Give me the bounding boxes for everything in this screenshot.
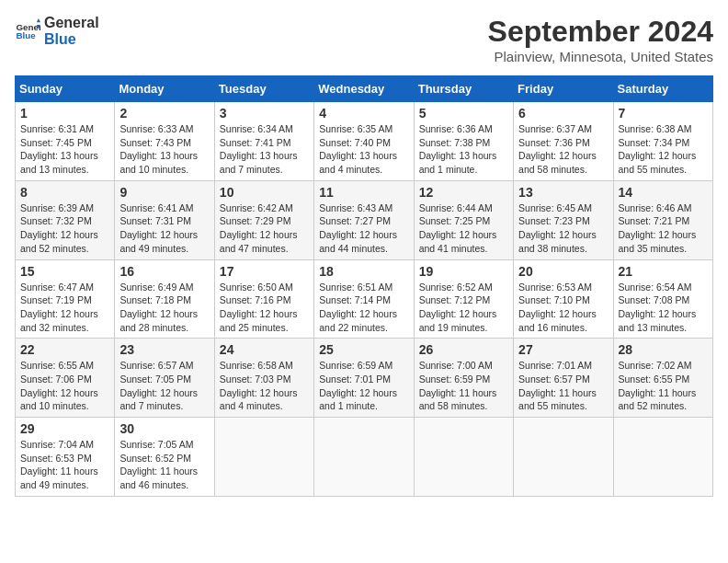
day-info: Sunrise: 6:37 AMSunset: 7:36 PMDaylight:… bbox=[518, 123, 597, 175]
col-sunday: Sunday bbox=[16, 76, 115, 102]
day-info: Sunrise: 6:47 AMSunset: 7:19 PMDaylight:… bbox=[20, 282, 98, 333]
col-monday: Monday bbox=[115, 76, 214, 102]
day-info: Sunrise: 6:49 AMSunset: 7:18 PMDaylight:… bbox=[119, 282, 198, 333]
day-info: Sunrise: 7:01 AMSunset: 6:57 PMDaylight:… bbox=[518, 360, 597, 411]
svg-marker-2 bbox=[37, 18, 40, 22]
table-row: 19Sunrise: 6:52 AMSunset: 7:12 PMDayligh… bbox=[414, 259, 513, 339]
day-info: Sunrise: 6:39 AMSunset: 7:32 PMDaylight:… bbox=[20, 202, 98, 254]
table-row: 27Sunrise: 7:01 AMSunset: 6:57 PMDayligh… bbox=[514, 339, 613, 418]
table-row: 28Sunrise: 7:02 AMSunset: 6:55 PMDayligh… bbox=[613, 339, 712, 418]
day-info: Sunrise: 6:38 AMSunset: 7:34 PMDaylight:… bbox=[619, 123, 697, 175]
table-row: 2Sunrise: 6:33 AMSunset: 7:43 PMDaylight… bbox=[115, 102, 214, 181]
table-row bbox=[514, 418, 613, 497]
day-number: 9 bbox=[119, 185, 209, 200]
table-row: 6Sunrise: 6:37 AMSunset: 7:36 PMDaylight… bbox=[514, 102, 613, 181]
table-row bbox=[414, 418, 513, 497]
day-number: 18 bbox=[319, 264, 408, 279]
day-info: Sunrise: 6:31 AMSunset: 7:45 PMDaylight:… bbox=[20, 123, 98, 175]
day-info: Sunrise: 6:50 AMSunset: 7:16 PMDaylight:… bbox=[220, 282, 298, 333]
table-row: 20Sunrise: 6:53 AMSunset: 7:10 PMDayligh… bbox=[514, 259, 613, 339]
table-row: 4Sunrise: 6:35 AMSunset: 7:40 PMDaylight… bbox=[314, 102, 414, 181]
day-number: 28 bbox=[619, 342, 708, 357]
table-row: 7Sunrise: 6:38 AMSunset: 7:34 PMDaylight… bbox=[613, 102, 712, 181]
logo-icon: General Blue bbox=[15, 18, 40, 44]
table-row: 10Sunrise: 6:42 AMSunset: 7:29 PMDayligh… bbox=[214, 180, 313, 259]
day-info: Sunrise: 7:02 AMSunset: 6:55 PMDaylight:… bbox=[619, 360, 697, 411]
day-number: 24 bbox=[220, 342, 309, 357]
day-info: Sunrise: 7:00 AMSunset: 6:59 PMDaylight:… bbox=[419, 360, 497, 411]
day-number: 30 bbox=[119, 421, 209, 436]
location: Plainview, Minnesota, United States bbox=[488, 49, 713, 64]
day-number: 3 bbox=[220, 106, 309, 121]
day-number: 27 bbox=[518, 342, 608, 357]
day-info: Sunrise: 6:41 AMSunset: 7:31 PMDaylight:… bbox=[119, 202, 198, 254]
table-row: 17Sunrise: 6:50 AMSunset: 7:16 PMDayligh… bbox=[214, 259, 313, 339]
table-row bbox=[314, 418, 414, 497]
day-info: Sunrise: 6:58 AMSunset: 7:03 PMDaylight:… bbox=[220, 360, 298, 411]
table-row: 3Sunrise: 6:34 AMSunset: 7:41 PMDaylight… bbox=[214, 102, 313, 181]
col-tuesday: Tuesday bbox=[214, 76, 313, 102]
col-saturday: Saturday bbox=[613, 76, 712, 102]
day-number: 17 bbox=[220, 264, 309, 279]
calendar-table: Sunday Monday Tuesday Wednesday Thursday… bbox=[15, 75, 713, 497]
table-row: 29Sunrise: 7:04 AMSunset: 6:53 PMDayligh… bbox=[16, 418, 115, 497]
day-number: 7 bbox=[619, 106, 708, 121]
day-number: 20 bbox=[518, 264, 608, 279]
col-wednesday: Wednesday bbox=[314, 76, 414, 102]
day-info: Sunrise: 6:36 AMSunset: 7:38 PMDaylight:… bbox=[419, 123, 497, 175]
day-number: 16 bbox=[119, 264, 209, 279]
table-row: 15Sunrise: 6:47 AMSunset: 7:19 PMDayligh… bbox=[16, 259, 115, 339]
day-info: Sunrise: 6:43 AMSunset: 7:27 PMDaylight:… bbox=[319, 202, 397, 254]
day-info: Sunrise: 6:45 AMSunset: 7:23 PMDaylight:… bbox=[518, 202, 597, 254]
day-info: Sunrise: 7:04 AMSunset: 6:53 PMDaylight:… bbox=[20, 439, 98, 490]
day-info: Sunrise: 6:34 AMSunset: 7:41 PMDaylight:… bbox=[220, 123, 298, 175]
day-number: 4 bbox=[319, 106, 408, 121]
month-title: September 2024 bbox=[488, 15, 713, 49]
day-number: 5 bbox=[419, 106, 508, 121]
table-row bbox=[214, 418, 313, 497]
day-info: Sunrise: 6:33 AMSunset: 7:43 PMDaylight:… bbox=[119, 123, 198, 175]
table-row: 23Sunrise: 6:57 AMSunset: 7:05 PMDayligh… bbox=[115, 339, 214, 418]
day-number: 12 bbox=[419, 185, 508, 200]
day-number: 19 bbox=[419, 264, 508, 279]
day-number: 22 bbox=[20, 342, 109, 357]
table-row: 5Sunrise: 6:36 AMSunset: 7:38 PMDaylight… bbox=[414, 102, 513, 181]
day-info: Sunrise: 7:05 AMSunset: 6:52 PMDaylight:… bbox=[119, 439, 198, 490]
col-friday: Friday bbox=[514, 76, 613, 102]
day-number: 29 bbox=[20, 421, 109, 436]
day-info: Sunrise: 6:51 AMSunset: 7:14 PMDaylight:… bbox=[319, 282, 397, 333]
logo-text-blue: Blue bbox=[44, 31, 99, 48]
day-number: 14 bbox=[619, 185, 708, 200]
day-number: 13 bbox=[518, 185, 608, 200]
day-number: 2 bbox=[119, 106, 209, 121]
day-info: Sunrise: 6:53 AMSunset: 7:10 PMDaylight:… bbox=[518, 282, 597, 333]
table-row: 16Sunrise: 6:49 AMSunset: 7:18 PMDayligh… bbox=[115, 259, 214, 339]
table-row: 9Sunrise: 6:41 AMSunset: 7:31 PMDaylight… bbox=[115, 180, 214, 259]
day-number: 1 bbox=[20, 106, 109, 121]
table-row bbox=[613, 418, 712, 497]
table-row: 25Sunrise: 6:59 AMSunset: 7:01 PMDayligh… bbox=[314, 339, 414, 418]
col-thursday: Thursday bbox=[414, 76, 513, 102]
day-number: 25 bbox=[319, 342, 408, 357]
svg-text:Blue: Blue bbox=[16, 30, 36, 40]
day-info: Sunrise: 6:54 AMSunset: 7:08 PMDaylight:… bbox=[619, 282, 697, 333]
day-info: Sunrise: 6:52 AMSunset: 7:12 PMDaylight:… bbox=[419, 282, 497, 333]
table-row: 11Sunrise: 6:43 AMSunset: 7:27 PMDayligh… bbox=[314, 180, 414, 259]
table-row: 18Sunrise: 6:51 AMSunset: 7:14 PMDayligh… bbox=[314, 259, 414, 339]
day-info: Sunrise: 6:57 AMSunset: 7:05 PMDaylight:… bbox=[119, 360, 198, 411]
day-number: 10 bbox=[220, 185, 309, 200]
day-number: 8 bbox=[20, 185, 109, 200]
table-row: 14Sunrise: 6:46 AMSunset: 7:21 PMDayligh… bbox=[613, 180, 712, 259]
day-number: 6 bbox=[518, 106, 608, 121]
day-number: 26 bbox=[419, 342, 508, 357]
day-number: 15 bbox=[20, 264, 109, 279]
title-block: September 2024 Plainview, Minnesota, Uni… bbox=[488, 15, 713, 64]
logo: General Blue General Blue bbox=[15, 15, 99, 47]
table-row: 8Sunrise: 6:39 AMSunset: 7:32 PMDaylight… bbox=[16, 180, 115, 259]
table-row: 13Sunrise: 6:45 AMSunset: 7:23 PMDayligh… bbox=[514, 180, 613, 259]
day-info: Sunrise: 6:46 AMSunset: 7:21 PMDaylight:… bbox=[619, 202, 697, 254]
day-number: 21 bbox=[619, 264, 708, 279]
table-row: 12Sunrise: 6:44 AMSunset: 7:25 PMDayligh… bbox=[414, 180, 513, 259]
day-info: Sunrise: 6:55 AMSunset: 7:06 PMDaylight:… bbox=[20, 360, 98, 411]
table-row: 1Sunrise: 6:31 AMSunset: 7:45 PMDaylight… bbox=[16, 102, 115, 181]
